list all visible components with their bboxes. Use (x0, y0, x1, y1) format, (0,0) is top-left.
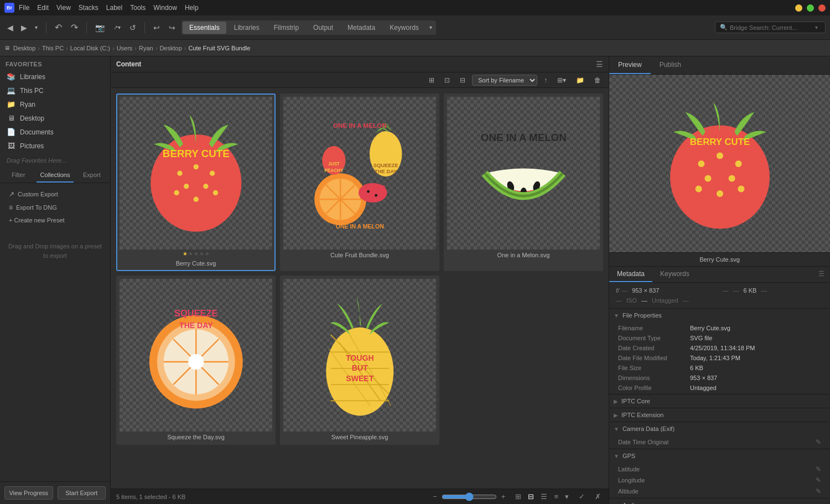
tab-filmstrip[interactable]: Filmstrip (267, 22, 305, 34)
sidebar-item-ryan[interactable]: 📁 Ryan (0, 97, 110, 111)
history-back-button[interactable]: ↶ (52, 20, 65, 34)
file-properties-chevron: ▼ (614, 313, 619, 319)
grid-view-button[interactable]: ⊞ (513, 491, 523, 502)
confirm-button[interactable]: ✓ (577, 491, 587, 502)
meta-tab-keywords[interactable]: Keywords (652, 267, 697, 282)
iptc-core-header[interactable]: ▶ IPTC Core (609, 394, 830, 408)
menu-tools[interactable]: Tools (130, 4, 146, 12)
breadcrumb-localdisk[interactable]: Local Disk (C:) (70, 45, 110, 51)
tab-output[interactable]: Output (307, 22, 340, 34)
menu-window[interactable]: Window (153, 4, 177, 12)
meta-tab-metadata[interactable]: Metadata (609, 267, 652, 282)
image-card-squeeze[interactable]: SQUEEZE THE DAY Squeeze the Day.svg (116, 276, 276, 445)
sidebar-item-pictures[interactable]: 🖼 Pictures (0, 139, 110, 153)
tab-filter[interactable]: Filter (0, 168, 37, 183)
tab-keywords[interactable]: Keywords (383, 22, 426, 34)
view-progress-button[interactable]: View Progress (4, 486, 53, 500)
sort-direction-button[interactable]: ↑ (541, 75, 551, 85)
image-thumb-squeeze: SQUEEZE THE DAY (120, 279, 272, 432)
breadcrumb-desktop[interactable]: Desktop (13, 45, 35, 51)
menu-help[interactable]: Help (185, 4, 199, 12)
start-export-button[interactable]: Start Export (58, 486, 106, 500)
menu-edit[interactable]: Edit (37, 4, 49, 12)
iptc-extension-header[interactable]: ▶ IPTC Extension (609, 408, 830, 422)
export-button[interactable]: ↗▾ (111, 23, 123, 32)
svg-point-59 (717, 190, 723, 197)
sidebar-item-desktop[interactable]: 🖥 Desktop (0, 111, 110, 125)
search-input[interactable] (730, 24, 813, 31)
edit-longitude[interactable]: ✎ (816, 476, 821, 484)
reject-button[interactable]: ✗ (593, 491, 603, 502)
menu-view[interactable]: View (56, 4, 71, 12)
close-button[interactable] (818, 4, 826, 12)
forward-button[interactable]: ▶ (18, 22, 30, 34)
meta-row-doctype: Document Type SVG file (609, 333, 830, 343)
content-menu-button[interactable]: ☰ (596, 60, 603, 69)
nav-dropdown-button[interactable]: ▾ (32, 23, 40, 32)
sidebar-label-pictures: Pictures (20, 142, 44, 150)
image-card-berry-cute[interactable]: BERRY CUTE ★ ★ ★ ★ ★ Berry Cute.svg (116, 93, 276, 271)
history-forward-button[interactable]: ↷ (68, 20, 81, 34)
image-card-pineapple[interactable]: TOUGH BUT SWEET Sweet Pineapple.svg (280, 276, 439, 445)
maximize-button[interactable] (807, 4, 814, 12)
file-properties-header[interactable]: ▼ File Properties (609, 309, 830, 322)
minimize-button[interactable] (795, 4, 802, 12)
tab-publish[interactable]: Publish (651, 56, 690, 74)
refresh-button[interactable]: ↺ (127, 22, 139, 34)
breadcrumb-desktop2[interactable]: Desktop (159, 45, 181, 51)
menu-label[interactable]: Label (106, 4, 122, 12)
svg-point-61 (738, 185, 744, 192)
more-tabs-button[interactable]: ▾ (427, 22, 435, 34)
breadcrumb-thispc[interactable]: This PC (42, 45, 64, 51)
export-dng-item[interactable]: ≡ Export To DNG (4, 201, 106, 214)
svg-point-20 (367, 190, 370, 193)
meta-tab-menu[interactable]: ☰ (813, 267, 830, 282)
nav-controls: ◀ ▶ ▾ (4, 22, 40, 34)
view-options-button[interactable]: ⊞▾ (554, 75, 569, 85)
folder-button[interactable]: 📁 (573, 75, 588, 85)
edit-altitude[interactable]: ✎ (816, 487, 821, 495)
view-more-button[interactable]: ▾ (563, 491, 571, 502)
undo-button[interactable]: ↩ (151, 22, 163, 34)
zoom-in-button[interactable]: + (499, 491, 508, 502)
camera-button[interactable]: 📷 (92, 22, 107, 34)
thumbs-view-button[interactable]: ⊟ (526, 491, 536, 502)
menu-file[interactable]: File (19, 4, 29, 12)
breadcrumb-users[interactable]: Users (117, 45, 133, 51)
filter-button[interactable]: ⊞ (426, 75, 438, 85)
edit-latitude[interactable]: ✎ (816, 465, 821, 473)
sidebar-item-thispc[interactable]: 💻 This PC (0, 84, 110, 97)
camera-data-header[interactable]: ▼ Camera Data (Exif) (609, 422, 830, 435)
tab-libraries[interactable]: Libraries (227, 22, 266, 34)
search-dropdown-icon[interactable]: ▾ (815, 24, 818, 30)
tab-essentials[interactable]: Essentials (183, 22, 226, 34)
menu-stacks[interactable]: Stacks (79, 4, 98, 12)
tab-metadata[interactable]: Metadata (341, 22, 382, 34)
image-card-melon[interactable]: ONE IN A MELON One in a Melon.svg (444, 93, 603, 271)
svg-point-8 (212, 190, 217, 195)
gps-header[interactable]: ▼ GPS (609, 449, 830, 463)
tab-collections[interactable]: Collections (37, 168, 73, 183)
redo-button[interactable]: ↪ (166, 22, 178, 34)
zoom-out-button[interactable]: − (430, 491, 439, 502)
breadcrumb-ryan[interactable]: Ryan (139, 45, 153, 51)
tab-export[interactable]: Export (74, 168, 110, 183)
sidebar-item-documents[interactable]: 📄 Documents (0, 125, 110, 139)
back-button[interactable]: ◀ (4, 22, 16, 34)
sidebar-item-libraries[interactable]: 📚 Libraries (0, 70, 110, 84)
sort-select[interactable]: Sort by Filename (472, 75, 537, 86)
zoom-slider[interactable] (442, 492, 497, 501)
camera-data-section: ▼ Camera Data (Exif) Date Time Original … (609, 422, 830, 449)
filter2-button[interactable]: ⊡ (441, 75, 453, 85)
image-card-cute-bundle[interactable]: SQUEEZE THE DAY (280, 93, 439, 271)
create-preset-button[interactable]: + Create new Preset (4, 214, 106, 226)
list-view-button[interactable]: ☰ (538, 491, 549, 502)
details-view-button[interactable]: ≡ (552, 491, 561, 502)
filter3-button[interactable]: ⊟ (456, 75, 469, 85)
trash-button[interactable]: 🗑 (591, 75, 604, 85)
tab-preview[interactable]: Preview (609, 56, 651, 74)
search-bar: 🔍 ▾ (715, 22, 826, 33)
audio-header[interactable]: ▼ Audio (609, 498, 830, 504)
custom-export-item[interactable]: ↗ Custom Export (4, 188, 106, 201)
edit-datetime-original[interactable]: ✎ (816, 438, 821, 446)
